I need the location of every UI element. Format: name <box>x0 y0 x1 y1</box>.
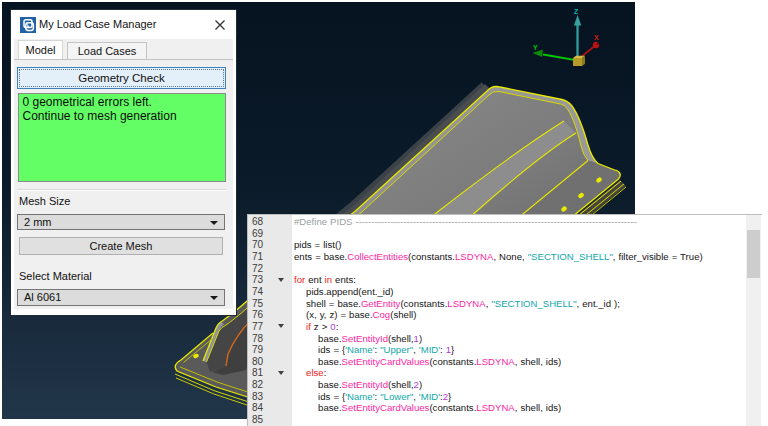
svg-text:X: X <box>594 34 599 41</box>
svg-text:Z: Z <box>574 8 579 15</box>
svg-text:Y: Y <box>533 44 538 51</box>
